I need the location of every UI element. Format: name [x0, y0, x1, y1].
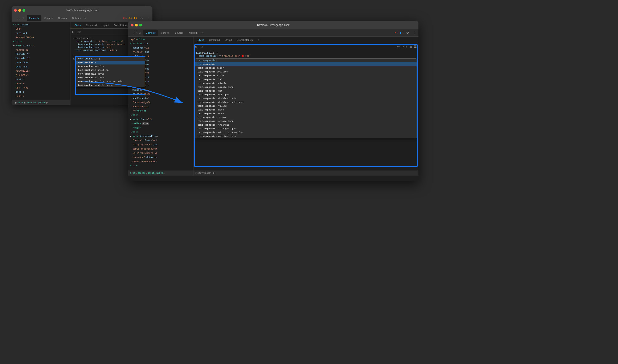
small-tabbar: ⋮⋮ □ Elements Console Sources Network » …: [12, 14, 152, 22]
large-tab-right: ⊗ 1 ▮ 2 ⚙ ⋮: [395, 30, 417, 35]
large-ac-item[interactable]: text-emphasis: dot open: [195, 93, 417, 97]
large-tab-computed[interactable]: Computed: [206, 37, 222, 43]
large-ac-item[interactable]: text-emphasis: filled: [195, 104, 417, 108]
small-tab-layout[interactable]: Layout: [99, 23, 111, 28]
ac-item[interactable]: text-emphasis-color: [76, 65, 145, 68]
ac-item[interactable]: text-emphasis-color: currentcolor: [76, 80, 145, 83]
tree-line: "Alh6id" aut: [128, 50, 193, 54]
tree-line: "></textar: [128, 109, 193, 113]
large-footer-bar: [type="range" i],: [193, 170, 418, 176]
large-ac-item-selected[interactable]: text-emphasis: [195, 62, 417, 66]
ac-item[interactable]: text-emphasis-style: none: [76, 83, 145, 87]
large-ac-item[interactable]: text-emphasis-position: [195, 70, 417, 74]
close-button[interactable]: [14, 9, 17, 12]
large-ac-item[interactable]: text-emphasis: double-circle open: [195, 100, 417, 104]
large-ac-item[interactable]: text-emphasis-color: currentcolor: [195, 131, 417, 134]
large-close-button[interactable]: [131, 24, 134, 26]
small-tab-sources[interactable]: Sources: [56, 15, 69, 21]
ac-input-row: text-emphasis: ;: [76, 57, 145, 61]
tree-line: </div> flex: [128, 121, 193, 126]
tree-line: </div>: [12, 39, 70, 44]
tree-line: </div>: [128, 126, 193, 130]
large-filter-icon3[interactable]: ☰: [414, 45, 417, 48]
large-error-badge: ⊗ 1: [395, 31, 398, 34]
small-tab-computed[interactable]: Computed: [83, 23, 99, 28]
large-tab-styles[interactable]: Styles: [195, 37, 206, 43]
large-ac-item[interactable]: text-emphasis: "❤": [195, 78, 417, 81]
tree-line: Q4dUDCBs": [12, 73, 70, 77]
large-css-emphasis-rule[interactable]: text-emphasis: ▼ triangle open red;: [193, 55, 418, 58]
small-tab-elements[interactable]: Elements: [27, 15, 41, 21]
large-tab-layout[interactable]: Layout: [222, 37, 234, 43]
small-inspect-icon[interactable]: ⋮⋮ □: [13, 15, 26, 21]
large-filter-cls[interactable]: .cls: [401, 45, 404, 48]
large-traffic-lights: [131, 24, 142, 26]
large-ac-item[interactable]: text-emphasis: sesame open: [195, 119, 417, 123]
large-tab-event-listeners[interactable]: Event Listeners: [234, 37, 255, 43]
large-autocomplete-dropdown: text-emphasis: ; text-emphasis text-emph…: [195, 58, 417, 138]
large-filter-icon2[interactable]: ⊞: [409, 45, 412, 48]
small-tab-styles[interactable]: Styles: [72, 23, 83, 28]
large-tab-elements[interactable]: Elements: [143, 30, 158, 36]
large-tab-styles-more[interactable]: »: [255, 37, 262, 43]
large-tab-more[interactable]: »: [200, 30, 204, 36]
small-filter-icon: ⊟: [72, 30, 74, 33]
large-ac-item[interactable]: text-emphasis: sesame: [195, 116, 417, 119]
tree-line: controls="Al: [128, 46, 193, 50]
tree-line: e:CmVOgc" data-vec: [128, 155, 193, 159]
large-filter-input[interactable]: [198, 45, 395, 48]
ac-item[interactable]: text-emphasis-style: [76, 72, 145, 76]
tree-line: </div>: [128, 130, 193, 134]
tree-line: "UUbT9" class="UUb: [128, 138, 193, 143]
large-ac-item[interactable]: text-emphasis: open: [195, 112, 417, 116]
large-ac-item[interactable]: text-emphasis: double-circle: [195, 97, 417, 100]
large-filter-add[interactable]: +: [406, 45, 407, 48]
large-ac-item[interactable]: text-emphasis: circle: [195, 81, 417, 85]
large-ac-item[interactable]: text-emphasis: circle open: [195, 85, 417, 89]
tree-line: le;YMFC3:VKssTb;vk: [128, 151, 193, 155]
maximize-button[interactable]: [23, 9, 25, 12]
small-elements-tree: <div jsname= 8pb" data-ved IAxUqWUEAHQU4…: [12, 22, 70, 100]
large-ac-item[interactable]: text-emphasis: none: [195, 108, 417, 112]
large-filter-hov[interactable]: :hov: [396, 45, 400, 48]
large-titlebar: DevTools - www.google.com/: [128, 21, 418, 29]
small-tab-network[interactable]: Network: [69, 15, 83, 21]
large-inspect-icon[interactable]: ⋮⋮ □: [130, 30, 143, 36]
large-styles-panel: Styles Computed Layout Event Listeners »…: [193, 37, 418, 176]
small-info-badge: ▮ 1: [134, 17, 137, 19]
large-tab-network[interactable]: Network: [186, 30, 200, 36]
large-ac-item[interactable]: text-emphasis: triangle: [195, 123, 417, 127]
minimize-button[interactable]: [18, 9, 21, 12]
large-ac-item[interactable]: text-emphasis-color: [195, 66, 417, 70]
large-tab-sources[interactable]: Sources: [172, 30, 186, 36]
tree-line: <input cl: [12, 48, 70, 52]
small-warn-badge: ⚠ 1: [128, 17, 133, 19]
large-panel-body: cQv"></div> <textarea cla controls="Al "…: [128, 37, 418, 176]
large-css-content: element.style { text-emphasis: ▼ triangl…: [193, 50, 418, 176]
small-tab-more[interactable]: »: [84, 15, 87, 21]
large-ac-item[interactable]: text-emphasis-position: over: [195, 134, 417, 138]
tree-line: <div jsname=: [12, 23, 70, 27]
ac-item[interactable]: text-emphasis: none: [76, 76, 145, 80]
small-elements-panel: <div jsname= 8pb" data-ved IAxUqWUEAHQU4…: [12, 22, 70, 105]
large-maximize-button[interactable]: [139, 24, 142, 26]
tree-line: text-e: [12, 81, 70, 86]
ac-item[interactable]: text-emphasis-position: [76, 68, 145, 72]
tree-line: ▶ <div jscontroller=: [128, 134, 193, 138]
tree-line: role="combobo: [128, 92, 193, 96]
large-filter-bar: ⊟ :hov .cls + ⊞ ☰: [193, 43, 418, 50]
large-ac-item[interactable]: text-emphasis: triangle open: [195, 127, 417, 131]
small-settings-icon[interactable]: ⚙: [139, 15, 144, 21]
small-more-icon[interactable]: ⋮: [146, 15, 151, 21]
large-more-icon[interactable]: ⋮: [412, 30, 417, 35]
small-tab-console[interactable]: Console: [42, 15, 55, 21]
small-titlebar: DevTools - www.google.com/: [12, 6, 152, 14]
ac-item-selected[interactable]: text-emphasis: [76, 61, 145, 65]
large-tab-console[interactable]: Console: [159, 30, 172, 36]
large-ac-item[interactable]: text-emphasis: dot: [195, 89, 417, 93]
large-ac-item[interactable]: text-emphasis-style: [195, 74, 417, 78]
large-breadcrumb: 9FBc ▶ center ▶ input.gNO89b ▶: [128, 170, 193, 176]
large-settings-icon[interactable]: ⚙: [405, 30, 410, 35]
large-minimize-button[interactable]: [135, 24, 138, 26]
tree-line: KEwjS1ZLIc: [12, 69, 70, 73]
